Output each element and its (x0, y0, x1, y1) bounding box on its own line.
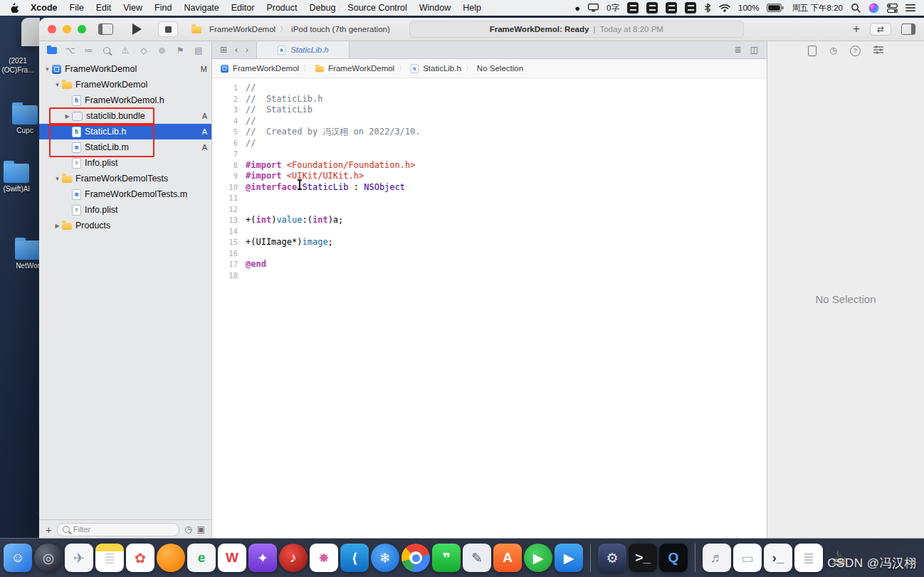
code-line[interactable]: 2// StaticLib.h (212, 94, 767, 105)
code-line[interactable]: 7 (212, 149, 767, 160)
breadcrumb-item[interactable]: FrameWorkDemol (220, 64, 299, 73)
disclosure-open-icon[interactable]: ▼ (53, 82, 61, 88)
tab-staticlib-h[interactable]: h StaticLib.h (256, 41, 350, 58)
code-line[interactable]: 16 (212, 248, 767, 260)
dock-app-terminal-icon[interactable]: >_ (629, 544, 657, 572)
add-file-button[interactable]: + (46, 524, 52, 536)
dock-app-navy-tool-icon[interactable]: ⚙ (598, 544, 626, 572)
report-navigator-icon[interactable]: ▤ (192, 46, 205, 55)
wifi-icon[interactable] (719, 4, 730, 12)
adjust-icon[interactable] (873, 46, 883, 56)
apple-menu-icon[interactable] (9, 2, 19, 14)
tree-item-products[interactable]: ▶Products (39, 218, 211, 233)
disclosure-closed-icon[interactable]: ▶ (63, 113, 71, 120)
display-icon[interactable] (588, 4, 599, 12)
quick-help-inspector-icon[interactable]: ? (850, 46, 861, 56)
ime-icon[interactable] (666, 2, 677, 14)
source-control-navigator-icon[interactable]: ⌥ (64, 46, 77, 55)
menu-item-debug[interactable]: Debug (310, 3, 336, 13)
scheme-selector[interactable]: FrameWorkDemol 〉 iPod touch (7th generat… (191, 24, 390, 34)
menu-clock[interactable]: 周五 下午8:20 (792, 3, 843, 14)
library-add-button[interactable]: + (853, 22, 860, 36)
add-editor-icon[interactable]: ◫ (750, 45, 758, 55)
disclosure-open-icon[interactable]: ▼ (43, 66, 51, 73)
scheme-project-label[interactable]: FrameWorkDemol (209, 25, 275, 33)
dock-app-music-icon[interactable]: ♪ (279, 544, 308, 572)
code-line[interactable]: 4// (212, 116, 767, 127)
dock-app-evernote-icon[interactable]: e (187, 544, 216, 572)
menu-item-edit[interactable]: Edit (96, 3, 112, 13)
ime-icon[interactable] (646, 2, 658, 14)
code-line[interactable]: 17@end (212, 259, 767, 270)
dock-app-doc-icon[interactable]: ≣ (794, 544, 823, 572)
minimize-window-button[interactable] (63, 25, 71, 33)
tree-item-frameworkdemol-h[interactable]: hFrameWorkDemol.h (39, 92, 211, 108)
dock-app-launchpad-icon[interactable]: ✈ (65, 544, 93, 572)
notification-list-icon[interactable] (905, 4, 915, 12)
desktop-item[interactable]: (Swift)Al (0, 164, 37, 194)
dock-app-vscode-icon[interactable]: ⟨ (340, 544, 369, 572)
dock-app-green-play-icon[interactable]: ▶ (524, 544, 552, 572)
recent-files-icon[interactable]: ◷ (184, 524, 191, 534)
dock-app-compose-icon[interactable]: ✎ (463, 544, 491, 572)
disclosure-closed-icon[interactable]: ▶ (53, 223, 61, 229)
battery-icon[interactable] (767, 4, 784, 12)
menu-item-help[interactable]: Help (463, 3, 481, 13)
dock-app-notes-icon[interactable]: ≣ (95, 544, 124, 572)
disclosure-open-icon[interactable]: ▼ (53, 176, 61, 182)
breadcrumb-item[interactable]: No Selection (477, 64, 523, 73)
breadcrumb-item[interactable]: hStaticLib.h (410, 63, 461, 74)
code-area[interactable]: 1//2// StaticLib.h3// StaticLib4//5// Cr… (212, 78, 767, 539)
dock-app-chrome-icon[interactable] (401, 544, 430, 572)
record-icon[interactable]: ● (574, 4, 580, 13)
dock-app-blue-play-icon[interactable]: ▶ (555, 544, 583, 572)
tree-item-staticlib-h[interactable]: hStaticLib.hA (39, 124, 211, 139)
minimap-icon[interactable]: ≣ (735, 45, 742, 55)
breadcrumb-item[interactable]: FrameWorkDemol (315, 64, 394, 73)
tree-item-frameworkdemol[interactable]: ▼FrameWorkDemolM (39, 61, 211, 77)
dock-app-blue-flake-icon[interactable]: ❄ (371, 544, 399, 572)
project-navigator-icon[interactable] (46, 47, 58, 54)
issue-navigator-icon[interactable]: ⚠ (119, 46, 132, 55)
menu-item-source-control[interactable]: Source Control (347, 3, 406, 13)
dock-app-score-doc-icon[interactable]: ♬ (703, 544, 731, 572)
filter-field[interactable]: Filter (57, 523, 179, 536)
symbol-navigator-icon[interactable]: ≔ (83, 46, 95, 55)
code-line[interactable]: 1// (212, 83, 767, 94)
menu-item-view[interactable]: View (123, 3, 142, 13)
zoom-window-button[interactable] (78, 25, 86, 33)
close-window-button[interactable] (48, 25, 56, 33)
bluetooth-icon[interactable] (704, 3, 711, 13)
editor-mode-button[interactable]: ⇄ (870, 23, 891, 36)
code-line[interactable]: 15+(UIImage*)image; (212, 237, 767, 248)
code-line[interactable]: 14 (212, 226, 767, 238)
code-line[interactable]: 9#import <UIKit/UIKit.h> (212, 171, 767, 182)
dock-app-orange-ball-icon[interactable] (157, 544, 185, 572)
code-line[interactable]: 13+(int)value:(int)a; (212, 215, 767, 226)
ime-icon[interactable] (627, 2, 639, 14)
menu-item-editor[interactable]: Editor (231, 3, 255, 13)
menu-item-find[interactable]: Find (154, 3, 172, 13)
code-line[interactable]: 10@interface StaticLib : NSObject (212, 182, 767, 194)
toggle-navigator-icon[interactable] (98, 23, 113, 35)
tree-item-info-plist[interactable]: ≡Info.plist (39, 155, 211, 171)
desktop-item[interactable]: (2021 (OC)Fra... (0, 57, 38, 75)
code-line[interactable]: 8#import <Foundation/Foundation.h> (212, 160, 767, 171)
dock-app-mini-terminal-icon[interactable]: ›_ (764, 544, 792, 572)
dock-app-wechat-icon[interactable]: ❞ (432, 544, 461, 572)
find-navigator-icon[interactable] (100, 47, 113, 54)
ime-icon[interactable] (685, 2, 696, 14)
debug-navigator-icon[interactable]: ⊚ (156, 46, 169, 55)
menu-item-navigate[interactable]: Navigate (184, 3, 219, 13)
dock-app-finder-icon[interactable]: ☺ (4, 544, 32, 572)
run-button[interactable] (132, 23, 142, 35)
menu-item-app[interactable]: Xcode (31, 3, 58, 13)
stop-button[interactable] (158, 21, 178, 37)
tree-item-staticlib-bundle[interactable]: ▶staticlib.bundleA (39, 108, 211, 124)
spotlight-icon[interactable] (851, 3, 861, 13)
tree-item-frameworkdemoltests-m[interactable]: mFrameWorkDemolTests.m (39, 186, 211, 202)
control-center-icon[interactable] (887, 3, 898, 14)
menu-item-window[interactable]: Window (419, 3, 451, 13)
dock-app-dark-sphere-icon[interactable]: ◎ (34, 544, 63, 572)
tree-item-frameworkdemoltests[interactable]: ▼FrameWorkDemolTests (39, 171, 211, 186)
